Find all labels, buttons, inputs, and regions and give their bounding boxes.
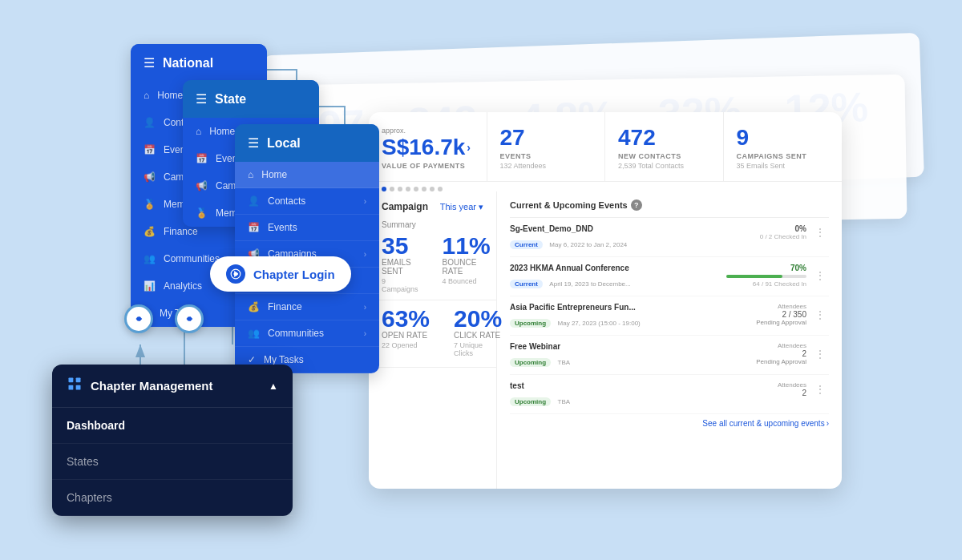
event-status-badge: Current xyxy=(510,280,543,288)
event-info: Sg-Event_Demo_DND Current May 6, 2022 to… xyxy=(510,224,627,250)
campaign-filter[interactable]: This year ▾ xyxy=(440,202,483,212)
local-nav-home[interactable]: ⌂ Home xyxy=(235,162,379,188)
chapter-login-button[interactable]: Chapter Login xyxy=(210,256,351,292)
open-rate-label: OPEN RATE xyxy=(382,331,430,340)
login-icon xyxy=(226,264,245,284)
event-info: test Upcoming TBA xyxy=(510,381,570,407)
finance-icon: 💰 xyxy=(143,226,156,237)
local-nav-events[interactable]: 📅 Events xyxy=(235,215,379,241)
click-rate-value: 20% xyxy=(454,307,502,331)
campaigns-icon: 📢 xyxy=(143,171,156,183)
emails-sent-stat: 35 EMAILS SENT 9 Campaigns xyxy=(382,234,418,293)
home-icon: ⌂ xyxy=(143,90,149,101)
payments-label: VALUE OF PAYMENTS xyxy=(382,162,474,170)
emails-sent-value: 35 xyxy=(382,234,418,258)
event-right: 0% 0 / 2 Checked In xyxy=(742,224,806,240)
national-title: National xyxy=(163,56,213,71)
hamburger-icon: ☰ xyxy=(143,55,155,71)
local-title: Local xyxy=(267,136,301,151)
svg-rect-5 xyxy=(69,385,74,390)
chevron-up-icon: ▲ xyxy=(269,381,278,392)
click-rate-sub: 7 Unique Clicks xyxy=(454,341,502,357)
local-sidebar: ☰ Local ⌂ Home 👤 Contacts › 📅 Events 📢 C… xyxy=(235,124,379,373)
events-icon: 📅 xyxy=(143,144,156,155)
event-menu-icon[interactable]: ⋮ xyxy=(811,383,829,396)
local-nav-communities[interactable]: 👥 Communities › xyxy=(235,320,379,347)
event-status-badge: Current xyxy=(510,240,543,249)
event-info: 2023 HKMA Annual Conference Current Apri… xyxy=(510,264,631,289)
open-rate-stat: 63% OPEN RATE 22 Opened xyxy=(382,307,430,357)
chevron-icon: › xyxy=(467,142,471,153)
events-title: Current & Upcoming Events xyxy=(510,200,628,210)
events-sub: 132 Attendees xyxy=(500,162,592,170)
event-status-badge: Upcoming xyxy=(510,358,551,367)
chapter-mgmt-item-chapters[interactable]: Chapters xyxy=(52,480,293,516)
chapter-mgmt-header: Chapter Management ▲ xyxy=(52,365,293,408)
campaign-panel: Campaign This year ▾ Summary 35 EMAILS S… xyxy=(369,191,497,489)
svg-rect-4 xyxy=(76,378,81,383)
bounce-rate-stat: 11% BOUNCE RATE 4 Bounced xyxy=(443,234,491,293)
contacts-label: NEW CONTACTS xyxy=(618,152,710,160)
circle-login-icon-2[interactable] xyxy=(175,304,204,333)
chapter-mgmt-item-dashboard[interactable]: Dashboard xyxy=(52,408,293,444)
national-header: ☰ National xyxy=(131,44,267,82)
state-header: ☰ State xyxy=(183,80,319,118)
home-icon: ⌂ xyxy=(248,169,253,180)
contacts-icon: 👤 xyxy=(143,117,156,128)
bounce-rate-value: 11% xyxy=(443,234,491,258)
carousel-dots xyxy=(369,182,842,191)
emails-sent-sub: 9 Campaigns xyxy=(382,277,418,293)
local-nav-finance[interactable]: 💰 Finance › xyxy=(235,294,379,320)
bottom-stats: 63% OPEN RATE 22 Opened 20% CLICK RATE 7… xyxy=(369,300,496,368)
main-dashboard-card: approx. S$16.7k › VALUE OF PAYMENTS 27 E… xyxy=(369,112,842,489)
tasks-icon: ✓ xyxy=(248,354,256,365)
event-row: Sg-Event_Demo_DND Current May 6, 2022 to… xyxy=(510,218,829,257)
hamburger-icon: ☰ xyxy=(196,91,207,107)
members-icon: 🏅 xyxy=(143,199,156,210)
community-icon: 👥 xyxy=(248,328,260,339)
bounce-rate-sub: 4 Bounced xyxy=(443,277,491,285)
state-title: State xyxy=(215,92,246,107)
local-nav-contacts[interactable]: 👤 Contacts › xyxy=(235,188,379,215)
event-row: Asia Pacific Entrepreneurs Fun... Upcomi… xyxy=(510,296,829,336)
campaigns-value: 9 xyxy=(737,127,830,149)
events-label: EVENTS xyxy=(500,152,592,160)
open-rate-value: 63% xyxy=(382,307,430,331)
campaign-stats: 35 EMAILS SENT 9 Campaigns 11% BOUNCE RA… xyxy=(382,234,483,293)
campaign-header: Campaign This year ▾ xyxy=(382,201,483,212)
event-right: Attendees 2 Pending Approval xyxy=(742,342,806,365)
stat-payments: approx. S$16.7k › VALUE OF PAYMENTS xyxy=(369,112,487,181)
event-status-badge: Upcoming xyxy=(510,319,551,328)
payments-value: S$16.7k › xyxy=(382,136,474,159)
event-menu-icon[interactable]: ⋮ xyxy=(811,348,829,361)
card-body: Campaign This year ▾ Summary 35 EMAILS S… xyxy=(369,191,842,489)
chapter-mgmt-item-states[interactable]: States xyxy=(52,444,293,480)
finance-icon: 💰 xyxy=(248,301,260,312)
progress-fill xyxy=(726,275,782,278)
circle-login-icon-1[interactable] xyxy=(124,304,153,333)
community-icon: 👥 xyxy=(143,253,156,264)
open-rate-sub: 22 Opened xyxy=(382,341,430,349)
event-menu-icon[interactable]: ⋮ xyxy=(811,269,829,282)
stat-events: 27 EVENTS 132 Attendees xyxy=(487,112,606,181)
event-right: Attendees 2 / 350 Pending Approval xyxy=(742,303,806,326)
events-section: Current & Upcoming Events ? Sg-Event_Dem… xyxy=(497,191,842,433)
info-icon: ? xyxy=(631,199,642,211)
analytics-icon: 📊 xyxy=(143,280,156,292)
see-all-events-link[interactable]: See all current & upcoming events › xyxy=(510,414,829,433)
stat-campaigns: 9 CAMPAIGNS SENT 35 Emails Sent xyxy=(724,112,843,181)
event-status-badge: Upcoming xyxy=(510,397,551,406)
chevron-right-icon: › xyxy=(364,303,366,312)
events-panel: Current & Upcoming Events ? Sg-Event_Dem… xyxy=(497,191,842,489)
click-rate-stat: 20% CLICK RATE 7 Unique Clicks xyxy=(454,307,502,357)
event-info: Asia Pacific Entrepreneurs Fun... Upcomi… xyxy=(510,303,641,328)
home-icon: ⌂ xyxy=(196,126,201,137)
event-menu-icon[interactable]: ⋮ xyxy=(811,226,829,239)
event-info: Free Webinar Upcoming TBA xyxy=(510,342,570,368)
chapter-login-label: Chapter Login xyxy=(253,268,335,281)
event-menu-icon[interactable]: ⋮ xyxy=(811,308,829,321)
event-row: Free Webinar Upcoming TBA Attendees 2 Pe… xyxy=(510,336,829,375)
event-row: 2023 HKMA Annual Conference Current Apri… xyxy=(510,257,829,296)
stats-header: approx. S$16.7k › VALUE OF PAYMENTS 27 E… xyxy=(369,112,842,182)
event-right: 70% 64 / 91 Checked In xyxy=(726,264,806,288)
